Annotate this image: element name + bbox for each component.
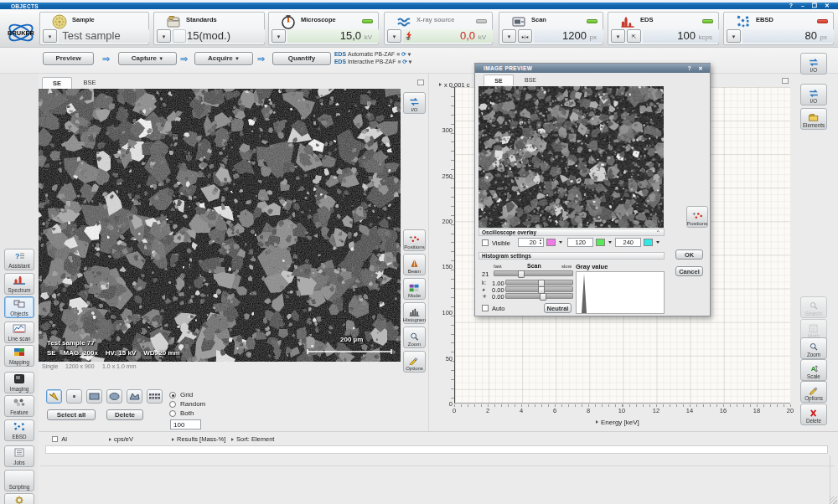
svg-text:BRUKER: BRUKER	[8, 29, 35, 37]
svg-text:?: ?	[15, 252, 20, 260]
